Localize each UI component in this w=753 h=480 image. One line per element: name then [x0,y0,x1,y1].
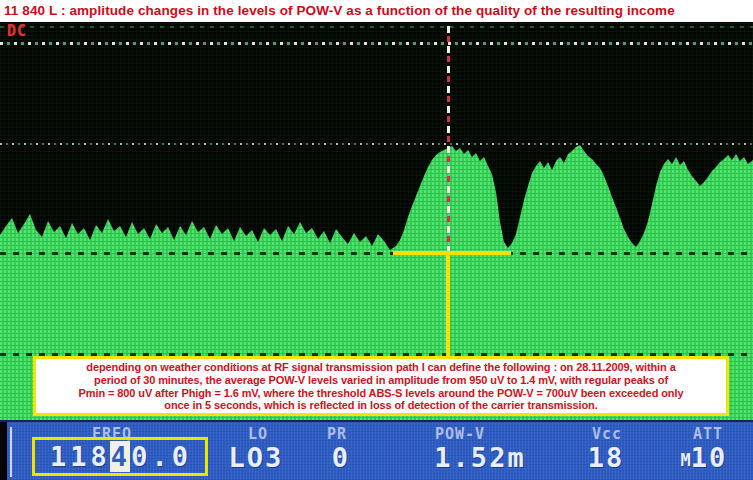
status-left-divider [10,427,12,477]
vcc-label: Vcc [567,425,647,442]
att-value: M10 [644,442,753,478]
att-label: ATT [668,425,748,442]
crosshair-vertical [446,251,450,358]
lo-label: LO [218,425,298,442]
pr-value: 0 [301,442,381,478]
powv-value: 1.52m [400,442,560,478]
annotation-line: once in 5 seconds, which is reflected in… [36,399,726,412]
vertical-marker-dashed [447,26,450,254]
crosshair-horizontal [393,251,511,255]
vcc-value: 18 [566,442,646,478]
meter-screen: 11 840 L : amplitude changes in the leve… [0,0,753,480]
gridline-upper [0,143,753,145]
page-title: 11 840 L : amplitude changes in the leve… [0,0,753,18]
status-bar: FREQ LO PR POW-V Vcc ATT 11840.0 LO3 0 1… [0,420,753,480]
annotation-line: period of 30 minutes, the average POW-V … [36,374,726,387]
annotation-line: Pmin = 800 uV after Phigh = 1.6 mV, wher… [36,387,726,400]
gridline-mid-dark [0,252,753,255]
lo-value: LO3 [196,442,316,478]
status-left-edge [0,422,7,480]
freq-value-field[interactable]: 11840.0 [32,437,208,476]
dc-indicator: DC [7,22,27,40]
annotation-line: depending on weather conditions at RF si… [36,361,726,374]
title-bar: 11 840 L : amplitude changes in the leve… [0,0,753,23]
att-value-prefix: M [681,450,691,470]
lcd-display: DC depending on weather conditions at RF… [0,22,753,420]
pr-label: PR [297,425,377,442]
att-value-number: 10 [691,442,728,473]
powv-label: POW-V [410,425,510,442]
annotation-box: depending on weather conditions at RF si… [33,356,729,416]
